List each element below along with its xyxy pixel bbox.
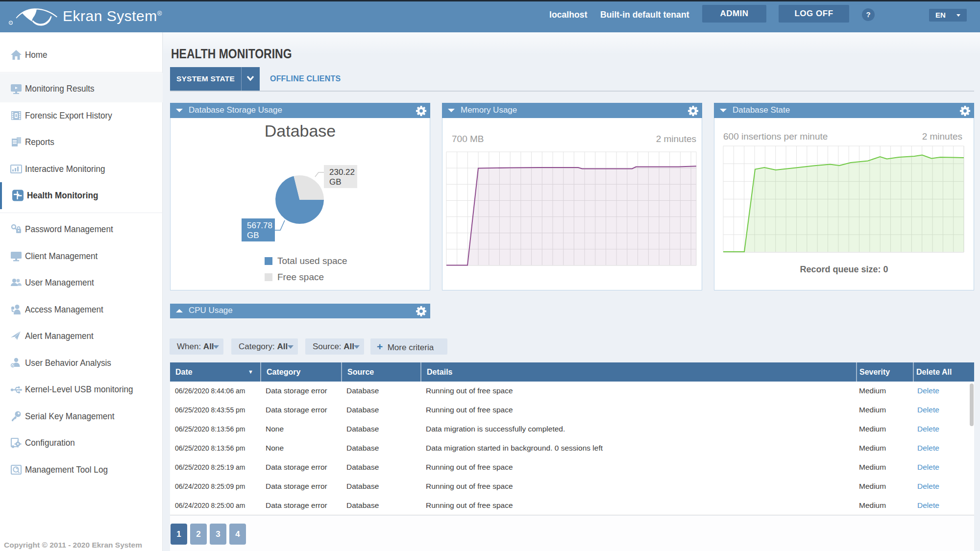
svg-text:GB: GB: [329, 177, 342, 187]
svg-text:Free space: Free space: [277, 272, 324, 282]
svg-text:230.22: 230.22: [329, 168, 355, 177]
svg-text:567.78: 567.78: [247, 221, 272, 230]
svg-text:Total used space: Total used space: [277, 256, 347, 266]
svg-text:GB: GB: [247, 231, 259, 240]
